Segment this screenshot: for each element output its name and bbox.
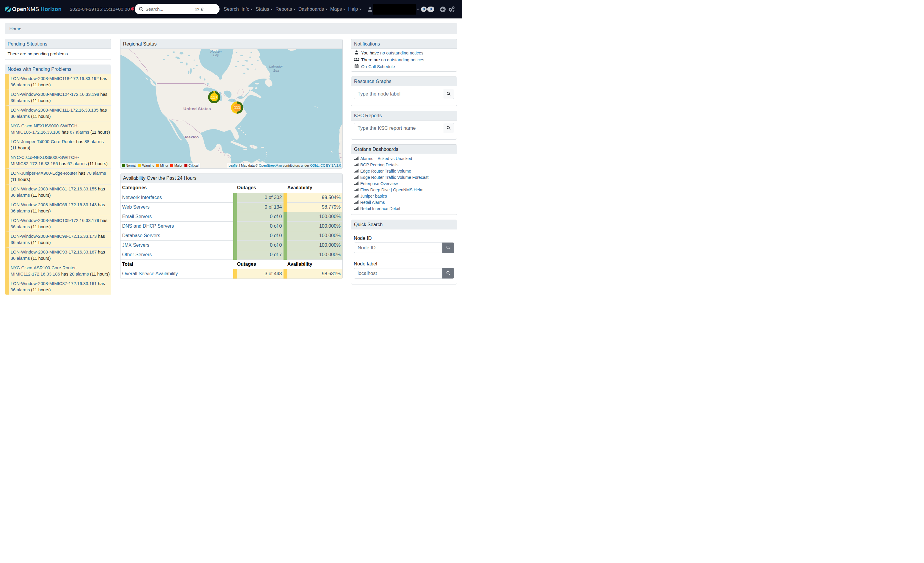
svg-text:111: 111 — [234, 105, 240, 110]
svg-text:117: 117 — [211, 95, 218, 99]
svg-text:Sea: Sea — [273, 69, 279, 72]
svg-text:United States: United States — [183, 107, 211, 111]
svg-text:Hudson: Hudson — [210, 50, 222, 53]
svg-text:México: México — [185, 135, 199, 139]
svg-text:Labrador: Labrador — [269, 65, 283, 68]
svg-text:Bay: Bay — [213, 53, 219, 57]
